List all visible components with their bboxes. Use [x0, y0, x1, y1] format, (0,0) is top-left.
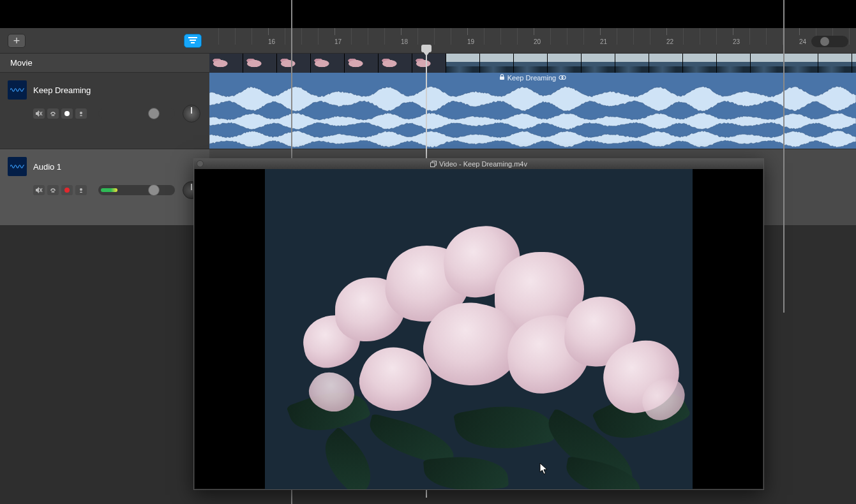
video-preview-window[interactable]: Video - Keep Dreaming.m4v [193, 158, 764, 490]
add-track-button[interactable]: + [8, 34, 26, 48]
loop-icon [559, 74, 566, 82]
top-blackbar [0, 0, 856, 28]
volume-slider[interactable] [98, 108, 175, 119]
svg-point-4 [80, 112, 82, 114]
cursor-icon [539, 463, 548, 475]
svg-rect-2 [52, 114, 53, 116]
region-name: Keep Dreaming [507, 74, 556, 82]
solo-button[interactable] [47, 108, 59, 119]
mute-button[interactable] [33, 108, 45, 119]
svg-rect-10 [500, 77, 504, 80]
region-label: Keep Dreaming [209, 74, 856, 82]
track-type-icon [8, 157, 27, 176]
track-type-icon [8, 80, 27, 100]
svg-point-9 [80, 188, 82, 191]
filter-icon [188, 37, 197, 44]
track-header-controls: + [0, 28, 209, 54]
video-window-title: Video - Keep Dreaming.m4v [430, 160, 527, 168]
movie-track-header[interactable]: Movie [0, 54, 209, 73]
volume-thumb[interactable] [148, 184, 160, 196]
movie-lane[interactable] [209, 54, 856, 73]
video-window-titlebar[interactable]: Video - Keep Dreaming.m4v [194, 159, 763, 169]
video-frame-area [195, 169, 763, 489]
svg-rect-8 [54, 191, 55, 193]
track-name-label: Keep Dreaming [33, 85, 91, 95]
close-icon[interactable] [197, 160, 204, 167]
audio-region[interactable]: Keep Dreaming [209, 73, 856, 149]
timeline-ruler[interactable]: 15161718192021222324 [209, 28, 856, 54]
cycle-end-marker[interactable] [783, 0, 785, 313]
svg-rect-14 [431, 163, 435, 167]
svg-point-12 [562, 76, 566, 80]
track-row[interactable]: Keep Dreaming [0, 73, 209, 149]
snap-filter-button[interactable] [184, 34, 202, 48]
lock-icon [499, 74, 505, 82]
input-monitor-button[interactable] [75, 185, 87, 195]
zoom-knob[interactable] [820, 37, 829, 46]
record-enable-button[interactable] [61, 108, 73, 119]
volume-thumb[interactable] [148, 108, 160, 119]
volume-slider[interactable] [98, 185, 175, 195]
svg-rect-3 [54, 114, 55, 116]
input-monitor-button[interactable] [75, 108, 87, 119]
audio-lane[interactable]: Keep Dreaming [209, 73, 856, 149]
track-sidebar: Movie Keep Dreaming Audio 1 [0, 54, 209, 226]
record-enable-button[interactable] [61, 185, 73, 195]
timeline-header: + 15161718192021222324 [0, 28, 856, 54]
popout-icon [430, 161, 437, 167]
zoom-slider[interactable] [811, 36, 848, 47]
track-row[interactable]: Audio 1 [0, 149, 209, 226]
svg-rect-7 [52, 191, 53, 193]
solo-button[interactable] [47, 185, 59, 195]
mute-button[interactable] [33, 185, 45, 195]
video-frame [265, 169, 693, 489]
pan-knob[interactable] [183, 105, 200, 122]
track-name-label: Audio 1 [33, 162, 61, 172]
